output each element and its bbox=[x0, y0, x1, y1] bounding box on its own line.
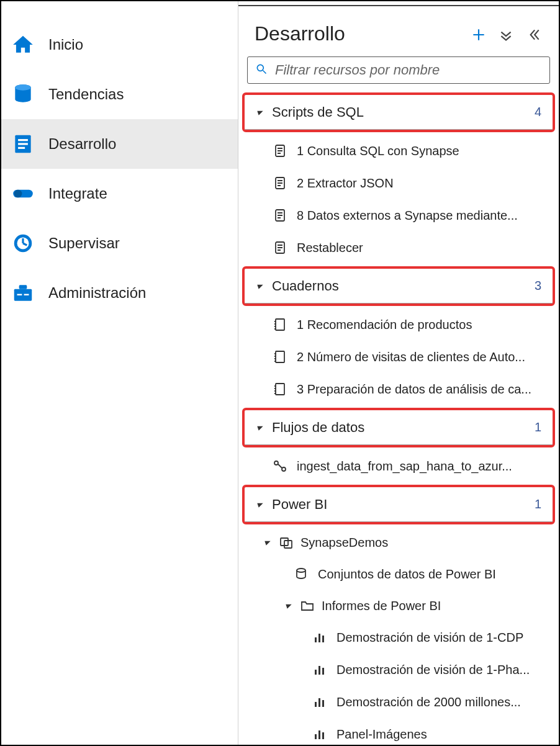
sql-item-label: 2 Extractor JSON bbox=[297, 176, 394, 191]
svg-point-26 bbox=[297, 568, 305, 572]
resource-tree: Scripts de SQL 4 1 Consulta SQL con Syna… bbox=[238, 90, 559, 745]
report-item-label: Demostración de visión de 1-Pha... bbox=[336, 663, 530, 677]
powerbi-datasets[interactable]: Conjuntos de datos de Power BI bbox=[241, 558, 556, 590]
nav-item-administracion[interactable]: Administración bbox=[1, 268, 238, 318]
svg-rect-3 bbox=[18, 139, 28, 141]
notebook-item-label: 3 Preparación de datos de análisis de ca… bbox=[297, 382, 531, 397]
svg-rect-5 bbox=[18, 147, 25, 149]
highlight-sql-group: Scripts de SQL 4 bbox=[242, 92, 555, 132]
highlight-dataflows-group: Flujos de datos 1 bbox=[242, 408, 555, 447]
triangle-down-icon bbox=[256, 108, 264, 117]
develop-icon bbox=[11, 132, 35, 156]
nav-item-integrate[interactable]: Integrate bbox=[1, 169, 238, 218]
notebook-item-label: 1 Recomendación de productos bbox=[297, 318, 472, 332]
sql-item[interactable]: 8 Datos externos a Synapse mediante... bbox=[241, 199, 556, 231]
sql-item[interactable]: 1 Consulta SQL con Synapse bbox=[241, 135, 556, 167]
report-item[interactable]: Demostración de visión de 1-CDP bbox=[241, 621, 556, 654]
sql-item-label: Restablecer bbox=[297, 241, 363, 255]
dataset-icon bbox=[293, 566, 309, 582]
report-item[interactable]: Panel-Imágenes bbox=[241, 718, 556, 745]
panel-header: Desarrollo bbox=[238, 6, 559, 54]
nav-item-tendencias[interactable]: Tendencias bbox=[1, 70, 238, 119]
database-icon bbox=[11, 83, 35, 106]
search-placeholder: Filtrar recursos por nombre bbox=[275, 62, 542, 78]
notebook-item-label: 2 Número de visitas de clientes de Auto.… bbox=[297, 350, 525, 364]
powerbi-reports-label: Informes de Power BI bbox=[322, 599, 441, 613]
svg-rect-20 bbox=[276, 351, 284, 362]
svg-rect-11 bbox=[19, 285, 27, 289]
highlight-powerbi-group: Power BI 1 bbox=[242, 485, 555, 524]
notebook-icon bbox=[272, 381, 288, 397]
notebook-item[interactable]: 1 Recomendación de productos bbox=[241, 308, 556, 341]
toolbox-icon bbox=[11, 281, 35, 305]
sql-item[interactable]: 2 Extractor JSON bbox=[241, 167, 556, 199]
sql-item-label: 8 Datos externos a Synapse mediante... bbox=[297, 209, 518, 223]
svg-rect-28 bbox=[318, 634, 320, 642]
topbar-divider bbox=[238, 1, 559, 6]
main-panel: Desarrollo Filtrar recursos por nombre bbox=[238, 1, 559, 745]
add-icon[interactable] bbox=[471, 27, 487, 45]
script-icon bbox=[272, 175, 288, 191]
svg-rect-29 bbox=[322, 636, 324, 642]
highlight-notebooks-group: Cuadernos 3 bbox=[242, 266, 555, 306]
dataflow-item[interactable]: ingest_data_from_sap_hana_to_azur... bbox=[241, 450, 556, 482]
monitor-icon bbox=[11, 231, 35, 255]
collapse-panel-icon[interactable] bbox=[525, 27, 541, 45]
svg-rect-4 bbox=[18, 143, 28, 145]
nav-label-desarrollo: Desarrollo bbox=[48, 135, 116, 153]
triangle-down-icon bbox=[256, 423, 264, 432]
nav-label-supervisar: Supervisar bbox=[48, 235, 120, 252]
group-label-powerbi: Power BI bbox=[272, 497, 535, 513]
search-icon bbox=[255, 63, 275, 78]
group-header-dataflows[interactable]: Flujos de datos 1 bbox=[245, 410, 553, 445]
integrate-icon bbox=[11, 182, 35, 205]
report-item-label: Panel-Imágenes bbox=[336, 727, 427, 742]
dataflow-icon bbox=[272, 458, 288, 474]
powerbi-workspace[interactable]: SynapseDemos bbox=[241, 527, 556, 558]
svg-point-23 bbox=[282, 467, 286, 471]
home-icon bbox=[11, 33, 35, 56]
powerbi-reports-folder[interactable]: Informes de Power BI bbox=[241, 590, 556, 621]
notebook-item[interactable]: 3 Preparación de datos de análisis de ca… bbox=[241, 373, 556, 405]
group-label-sql: Scripts de SQL bbox=[272, 104, 535, 120]
script-icon bbox=[272, 240, 288, 256]
svg-rect-12 bbox=[17, 294, 22, 295]
panel-title: Desarrollo bbox=[255, 22, 345, 45]
sql-item[interactable]: Restablecer bbox=[241, 231, 556, 264]
group-count-powerbi: 1 bbox=[535, 497, 541, 511]
triangle-down-icon bbox=[263, 538, 272, 547]
triangle-down-icon bbox=[256, 500, 264, 509]
group-header-sql[interactable]: Scripts de SQL 4 bbox=[245, 95, 553, 130]
svg-rect-32 bbox=[322, 668, 324, 675]
triangle-down-icon bbox=[284, 601, 293, 610]
svg-rect-10 bbox=[14, 289, 32, 301]
group-header-notebooks[interactable]: Cuadernos 3 bbox=[245, 269, 553, 303]
nav-item-inicio[interactable]: Inicio bbox=[1, 20, 238, 70]
nav-label-admin: Administración bbox=[48, 284, 146, 302]
report-item[interactable]: Demostración de 2000 millones... bbox=[241, 686, 556, 718]
workspace-icon bbox=[278, 534, 294, 551]
svg-rect-19 bbox=[276, 319, 284, 330]
script-icon bbox=[272, 207, 288, 223]
search-input[interactable]: Filtrar recursos por nombre bbox=[247, 56, 550, 84]
report-item-label: Demostración de 2000 millones... bbox=[336, 695, 521, 709]
barchart-icon bbox=[312, 629, 328, 645]
expand-all-icon[interactable] bbox=[498, 27, 514, 45]
powerbi-workspace-label: SynapseDemos bbox=[300, 536, 388, 550]
report-item[interactable]: Demostración de visión de 1-Pha... bbox=[241, 654, 556, 686]
group-label-dataflows: Flujos de datos bbox=[272, 420, 535, 436]
svg-rect-35 bbox=[322, 700, 324, 707]
notebook-item[interactable]: 2 Número de visitas de clientes de Auto.… bbox=[241, 341, 556, 373]
svg-rect-13 bbox=[24, 294, 29, 295]
nav-item-supervisar[interactable]: Supervisar bbox=[1, 218, 238, 268]
barchart-icon bbox=[312, 726, 328, 742]
nav-item-desarrollo[interactable]: Desarrollo bbox=[1, 119, 238, 169]
svg-point-1 bbox=[15, 84, 30, 91]
group-label-notebooks: Cuadernos bbox=[272, 278, 535, 294]
group-header-powerbi[interactable]: Power BI 1 bbox=[245, 487, 553, 522]
script-icon bbox=[272, 143, 288, 159]
group-count-notebooks: 3 bbox=[535, 279, 541, 293]
barchart-icon bbox=[312, 694, 328, 710]
svg-rect-27 bbox=[315, 637, 317, 642]
folder-icon bbox=[299, 598, 315, 614]
